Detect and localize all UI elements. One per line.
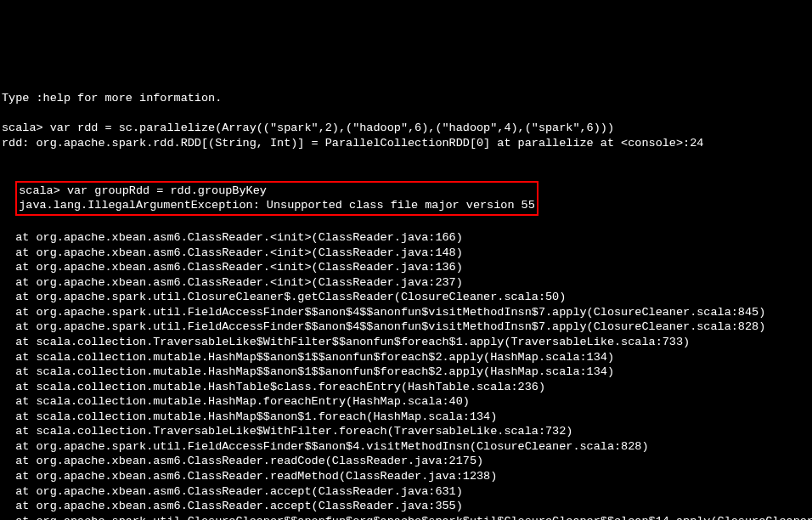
terminal-output[interactable]: Type :help for more information. scala> … (2, 61, 810, 520)
stack-line: at org.apache.spark.util.ClosureCleaner$… (2, 514, 810, 520)
stack-line: at org.apache.xbean.asm6.ClassReader.acc… (2, 484, 810, 500)
intro-line: Type :help for more information. (2, 91, 810, 106)
error-line: java.lang.IllegalArgumentException: Unsu… (19, 198, 535, 213)
stack-line: at org.apache.spark.util.FieldAccessFind… (2, 319, 810, 335)
stack-line: at scala.collection.mutable.HashMap$$ano… (2, 410, 810, 425)
intro-line: scala> var rdd = sc.parallelize(Array(("… (2, 121, 810, 136)
terminal-stacktrace: at org.apache.xbean.asm6.ClassReader.<in… (2, 230, 810, 520)
stack-line: at org.apache.xbean.asm6.ClassReader.<in… (2, 260, 810, 275)
stack-line: at org.apache.xbean.asm6.ClassReader.rea… (2, 454, 810, 469)
stack-line: at scala.collection.TraversableLike$With… (2, 335, 810, 350)
stack-line: at scala.collection.mutable.HashTable$cl… (2, 380, 810, 395)
stack-line: at scala.collection.mutable.HashMap.fore… (2, 394, 810, 410)
error-line: scala> var groupRdd = rdd.groupByKey (19, 184, 535, 199)
stack-line: at scala.collection.mutable.HashMap$$ano… (2, 350, 810, 365)
intro-line: rdd: org.apache.spark.rdd.RDD[(String, I… (2, 136, 810, 151)
intro-line (2, 150, 810, 166)
highlighted-error-box: scala> var groupRdd = rdd.groupByKeyjava… (15, 181, 539, 216)
stack-line: at org.apache.xbean.asm6.ClassReader.rea… (2, 469, 810, 484)
stack-line: at scala.collection.TraversableLike$With… (2, 424, 810, 439)
terminal-intro-lines: Type :help for more information. scala> … (2, 91, 810, 166)
stack-line: at org.apache.spark.util.FieldAccessFind… (2, 439, 810, 455)
stack-line: at org.apache.spark.util.ClosureCleaner$… (2, 290, 810, 305)
stack-line: at org.apache.xbean.asm6.ClassReader.acc… (2, 499, 810, 514)
stack-line: at org.apache.spark.util.FieldAccessFind… (2, 305, 810, 320)
stack-line: at org.apache.xbean.asm6.ClassReader.<in… (2, 230, 810, 246)
stack-line: at scala.collection.mutable.HashMap$$ano… (2, 365, 810, 380)
stack-line: at org.apache.xbean.asm6.ClassReader.<in… (2, 275, 810, 291)
intro-line (2, 106, 810, 122)
stack-line: at org.apache.xbean.asm6.ClassReader.<in… (2, 246, 810, 261)
